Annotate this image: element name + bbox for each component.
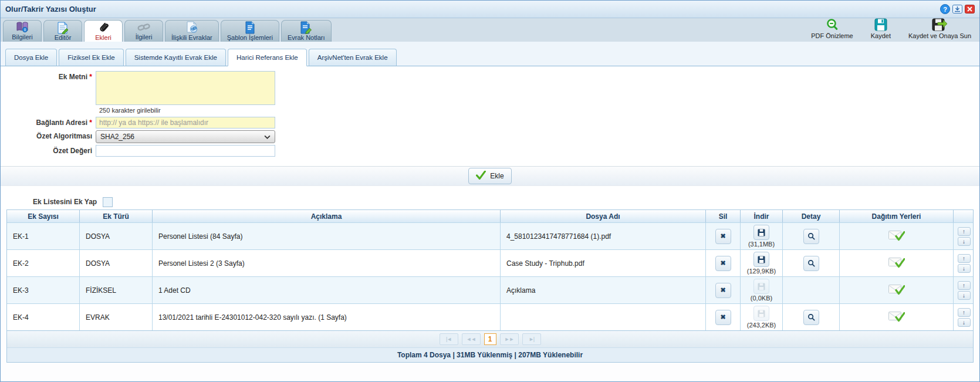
delete-button[interactable]: ✖ [715,283,731,298]
table-row: EK-1DOSYAPersonel Listesi (84 Sayfa)4_58… [7,222,973,249]
ekle-button[interactable]: Ekle [468,168,511,184]
move-down-button[interactable]: ↓ [958,291,971,300]
table-cell: EVRAK [80,304,153,330]
last-page-button[interactable]: ►| [522,333,541,345]
tab-label: Bilgileri [12,33,32,42]
move-down-button[interactable]: ↓ [958,318,971,327]
tab-editor[interactable]: Editör [43,20,82,42]
help-icon[interactable]: ? [940,4,950,14]
table-cell: 13/01/2021 tarihli E-24301012-042-320 sa… [153,304,501,330]
current-page-button[interactable]: 1 [484,333,496,345]
delete-button[interactable]: ✖ [715,229,731,244]
doc-link-icon [186,22,198,33]
reorder-buttons: ↑↓ [958,254,971,273]
table-header-row: Ek SayısıEk TürüAçıklamaDosya AdıSilİndi… [7,210,973,222]
required-asterisk: * [89,119,92,127]
table-cell-dagitim [840,304,954,330]
baglanti-adresi-input[interactable] [96,117,275,129]
table-cell: Açıklama [501,277,706,303]
table-cell: 4_5810123417478771684 (1).pdf [501,223,706,249]
table-cell-sil: ✖ [706,250,741,276]
ek-metni-textarea[interactable] [96,71,275,105]
download-button[interactable] [753,252,769,267]
tab-label: Evrak Notları [288,33,325,42]
tab-ekleri[interactable]: Ekleri [84,20,123,42]
tab-label: Şablon İşlemleri [227,33,273,42]
totals-footer: Toplam 4 Dosya | 31MB Yüklenmiş | 207MB … [7,347,973,362]
ek-metni-label: Ek Metni * [1,71,96,105]
distribution-envelope-icon[interactable] [888,284,905,296]
dock-icon[interactable] [952,5,962,13]
subtab-arsivnetten-evrak-ekle[interactable]: ArşivNet'ten Evrak Ekle [309,49,397,66]
delete-button[interactable]: ✖ [715,256,731,271]
column-header: Sil [706,210,741,222]
table-cell-dagitim [840,250,954,276]
save-icon [874,18,887,32]
tab-ilgileri[interactable]: İlgileri [124,20,163,42]
table-cell-sil: ✖ [706,304,741,330]
chevron-down-icon [264,133,271,141]
main-tab-bar: iBilgileriEditörEkleriİlgileriİlişkili E… [1,18,979,42]
toolbar-button-label: PDF Önizleme [811,32,853,40]
table-cell: Case Study - Triphub.pdf [501,250,706,276]
column-header: İndir [741,210,783,222]
download-button[interactable] [753,225,769,240]
table-cell: DOSYA [80,223,153,249]
subtab-fiziksel-ek-ekle[interactable]: Fiziksel Ek Ekle [59,49,124,66]
harici-referans-form: Ek Metni * 250 karakter girilebilir Bağl… [1,66,979,166]
table-cell: Personel Listesi (84 Sayfa) [153,223,501,249]
table-cell-reorder: ↑↓ [954,304,974,330]
detail-button[interactable] [803,229,819,244]
prev-page-button[interactable]: ◄◄ [462,333,481,345]
first-page-button[interactable]: |◄ [440,333,458,345]
save-submit-icon [932,18,948,32]
column-header: Dağıtım Yerleri [840,210,954,222]
move-down-button[interactable]: ↓ [958,237,971,246]
tab-iliskili-evraklar[interactable]: İlişkili Evraklar [165,20,219,42]
subtab-dosya-ekle[interactable]: Dosya Ekle [5,49,57,66]
subtab-harici-referans-ekle[interactable]: Harici Referans Ekle [228,49,307,66]
reorder-buttons: ↑↓ [958,281,971,300]
table-cell: 1 Adet CD [153,277,501,303]
table-cell-indir: (0,0KB) [741,277,783,303]
ozet-degeri-input[interactable] [96,145,275,157]
delete-button[interactable]: ✖ [715,310,731,325]
next-page-button[interactable]: ►► [500,333,519,345]
tab-evrak-notlari[interactable]: Evrak Notları [281,20,332,42]
table-row: EK-3FİZİKSEL1 Adet CDAçıklama✖(0,0KB)↑↓ [7,276,973,303]
detail-button[interactable] [803,310,819,325]
detail-button[interactable] [803,256,819,271]
svg-text:?: ? [943,6,947,13]
file-size: (31,1MB) [748,241,775,248]
column-header: Ek Türü [80,210,153,222]
ek-listesini-ek-yap-checkbox[interactable] [103,197,113,207]
toolbar-button-label: Kaydet [871,32,891,40]
table-cell-detay [783,277,840,303]
ozet-algoritmasi-label: Özet Algoritması [1,130,96,143]
distribution-envelope-icon[interactable] [888,311,905,323]
kaydet-button[interactable]: Kaydet [871,18,891,40]
table-cell: FİZİKSEL [80,277,153,303]
kaydet-ve-onaya-sun-button[interactable]: Kaydet ve Onaya Sun [908,18,971,40]
pdf-onizleme-button[interactable]: PDF Önizleme [811,18,853,40]
move-up-button[interactable]: ↑ [958,281,971,290]
table-cell-sil: ✖ [706,223,741,249]
close-icon[interactable] [965,5,975,13]
move-up-button[interactable]: ↑ [958,227,971,236]
table-row: EK-2DOSYAPersonel Listesi 2 (3 Sayfa)Cas… [7,249,973,276]
move-up-button[interactable]: ↑ [958,308,971,317]
tab-bilgileri[interactable]: iBilgileri [3,20,42,42]
ek-listesini-ek-yap-label: Ek Listesini Ek Yap [33,198,97,206]
distribution-envelope-icon[interactable] [888,230,905,242]
tab-sablon-islemleri[interactable]: Şablon İşlemleri [221,20,279,42]
move-down-button[interactable]: ↓ [958,264,971,273]
char-limit-hint: 250 karakter girilebilir [99,107,979,114]
subtab-sistemde-kayitli-evrak-ekle[interactable]: Sistemde Kayıtlı Evrak Ekle [126,49,226,66]
ozet-algoritmasi-select[interactable]: SHA2_256 [96,130,275,143]
ekle-button-label: Ekle [490,172,503,180]
table-body: EK-1DOSYAPersonel Listesi (84 Sayfa)4_58… [7,222,973,330]
move-up-button[interactable]: ↑ [958,254,971,263]
distribution-envelope-icon[interactable] [888,257,905,269]
column-header: Açıklama [153,210,501,222]
table-cell-reorder: ↑↓ [954,223,974,249]
